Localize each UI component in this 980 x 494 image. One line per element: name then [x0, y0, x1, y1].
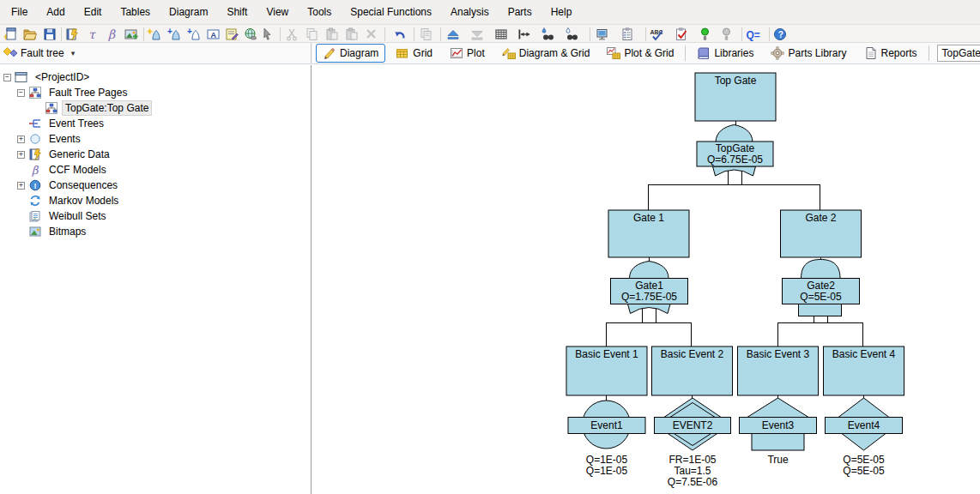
tree-item-ccf-models[interactable]: β CCF Models [0, 162, 311, 178]
fault-tree-scope-selector[interactable]: Fault tree ▾ [0, 43, 312, 63]
menu-add[interactable]: Add [37, 2, 74, 22]
tab-plot-and-grid[interactable]: Plot & Grid [600, 44, 681, 63]
cut-icon[interactable] [287, 29, 297, 40]
new-icon[interactable] [3, 28, 15, 40]
grid-icon[interactable] [496, 30, 506, 39]
node-basic-event1-box[interactable]: Basic Event 1 [566, 346, 647, 395]
menu-parts[interactable]: Parts [499, 2, 541, 22]
svg-text:Gate1: Gate1 [635, 280, 663, 292]
tab-diagram-and-grid[interactable]: Diagram & Grid [495, 44, 597, 63]
tree-item-weibull-sets[interactable]: Weibull Sets [0, 208, 311, 224]
generic-data-editor-icon[interactable] [67, 29, 78, 40]
menu-help[interactable]: Help [541, 2, 582, 22]
node-top-gate-box[interactable]: Top Gate [695, 73, 776, 121]
svg-text:β: β [108, 27, 116, 41]
beta-icon[interactable]: β [108, 27, 116, 41]
hyperlink-icon[interactable] [245, 29, 257, 40]
tree-item-consequences[interactable]: + ! Consequences [0, 178, 311, 193]
menu-tools[interactable]: Tools [298, 2, 341, 22]
save-icon[interactable] [45, 29, 55, 39]
move-down-icon[interactable] [472, 32, 482, 40]
add-event-below-icon[interactable]: + [187, 27, 199, 39]
menu-analysis[interactable]: Analysis [441, 2, 499, 22]
bitmaps-image-icon [28, 225, 42, 238]
markov-cycle-icon [28, 194, 42, 208]
tab-reports[interactable]: Reports [857, 44, 924, 63]
tree-item-event-trees[interactable]: Event Trees [0, 116, 311, 131]
menu-special-functions[interactable]: Special Functions [341, 2, 441, 22]
menu-diagram[interactable]: Diagram [160, 2, 217, 22]
tree-item-bitmaps[interactable]: Bitmaps [0, 224, 311, 239]
expand-icon[interactable]: + [17, 151, 25, 159]
label-gate2[interactable]: Gate2 Q=5E-05 [783, 279, 860, 304]
tree-item-fault-tree-pages[interactable]: − Fault Tree Pages [0, 85, 311, 100]
tree-item-events[interactable]: + Events [0, 131, 311, 147]
menu-file[interactable]: File [2, 2, 37, 22]
move-up-icon[interactable] [448, 31, 458, 39]
label-event1[interactable]: Event1 [568, 418, 645, 434]
tab-grid[interactable]: Grid [389, 44, 439, 63]
pointer-icon[interactable] [264, 28, 270, 39]
tab-plot[interactable]: Plot [443, 44, 492, 63]
report-options-icon[interactable] [623, 28, 632, 40]
find-gate-icon[interactable] [542, 28, 554, 40]
expand-icon[interactable]: + [17, 136, 25, 143]
add-gate-icon[interactable] [147, 28, 160, 39]
label-gate1[interactable]: Gate1 Q=1.75E-05 [611, 279, 688, 304]
text-box-icon[interactable]: A [208, 30, 219, 39]
menu-tables[interactable]: Tables [111, 2, 160, 22]
spell-check-icon[interactable]: ABC [650, 29, 663, 40]
svg-text:Q=7.5E-06: Q=7.5E-06 [668, 476, 718, 488]
label-topgate[interactable]: TopGate Q=6.75E-05 [697, 142, 773, 166]
verify-icon[interactable] [677, 28, 687, 40]
svg-text:Gate2: Gate2 [807, 280, 835, 292]
node-basic-event3-box[interactable]: Basic Event 3 [738, 346, 819, 395]
tree-item-generic-data[interactable]: + Generic Data [0, 147, 311, 162]
tree-item-topgate-page[interactable]: TopGate:Top Gate [0, 100, 311, 116]
tau-icon[interactable]: τ [88, 27, 97, 41]
node-basic-event2-box[interactable]: Basic Event 2 [652, 346, 733, 395]
label-event4[interactable]: Event4 [826, 418, 903, 434]
find-event-icon[interactable] [566, 28, 578, 40]
label-event3[interactable]: Event3 [740, 418, 817, 434]
open-icon[interactable] [24, 30, 37, 39]
scope-caret-icon: ▾ [71, 49, 76, 57]
annotation-icon[interactable] [227, 29, 239, 40]
help-icon[interactable]: ? [775, 29, 786, 40]
analysis-running-icon[interactable] [702, 28, 709, 40]
collapse-icon[interactable]: − [17, 89, 25, 97]
analysis-stopped-icon[interactable] [723, 28, 730, 40]
collapse-icon[interactable]: − [3, 74, 11, 81]
node-gate1-box[interactable]: Gate 1 [608, 210, 689, 257]
tab-parts-library[interactable]: Parts Library [764, 44, 853, 63]
beta-ccf-icon: β [28, 163, 42, 177]
menu-view[interactable]: View [257, 2, 298, 22]
expand-icon[interactable]: + [17, 182, 25, 190]
tree-item-markov-models[interactable]: Markov Models [0, 193, 311, 208]
node-basic-event4-box[interactable]: Basic Event 4 [824, 346, 904, 395]
fault-tree-diagram-canvas[interactable]: Top Gate Gate 1 Gate 2 Basic Event 1 Bas… [312, 65, 980, 494]
copy-icon[interactable] [307, 29, 317, 40]
undo-icon[interactable] [396, 32, 404, 39]
copy-page-icon[interactable] [421, 29, 431, 40]
svg-text:Q=: Q= [747, 29, 760, 41]
page-selector-combo[interactable]: TopGate ▾ [937, 45, 980, 62]
menu-edit[interactable]: Edit [75, 2, 112, 22]
paste-special-icon[interactable] [347, 28, 357, 39]
paste-icon[interactable] [327, 28, 337, 39]
tab-diagram[interactable]: Diagram [316, 44, 385, 63]
svg-text:EVENT2: EVENT2 [673, 419, 713, 431]
image-icon[interactable] [125, 30, 138, 39]
q-equals-icon[interactable]: Q= [747, 29, 760, 41]
node-gate2-box[interactable]: Gate 2 [781, 210, 862, 257]
view-bar: Fault tree ▾ Diagram Grid [0, 43, 980, 64]
fit-page-icon[interactable] [519, 30, 530, 39]
svg-text:Basic Event 1: Basic Event 1 [575, 348, 638, 360]
label-event2[interactable]: EVENT2 [655, 418, 731, 434]
delete-icon[interactable] [367, 30, 375, 38]
tab-libraries[interactable]: Libraries [690, 44, 760, 63]
console-icon[interactable] [597, 30, 607, 40]
tree-item-project[interactable]: − <ProjectID> [0, 69, 311, 85]
add-gate-below-icon[interactable]: + [167, 27, 179, 39]
menu-shift[interactable]: Shift [217, 2, 257, 22]
